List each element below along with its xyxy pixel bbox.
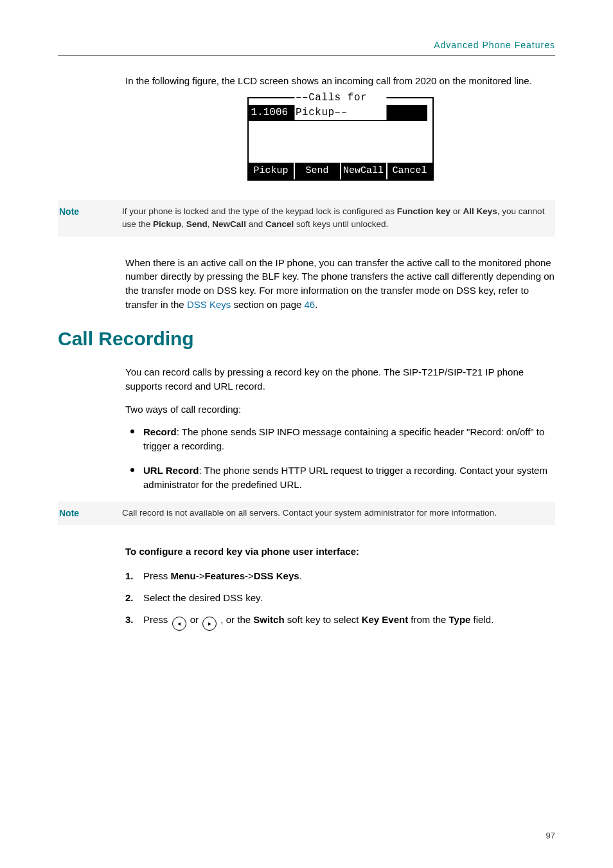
- note-text: If your phone is locked and the type of …: [122, 206, 397, 216]
- note-label: Note: [58, 205, 122, 231]
- bold: Switch: [253, 614, 284, 625]
- bold: DSS Keys: [254, 570, 299, 581]
- text: ->: [245, 570, 254, 581]
- text: Press: [143, 570, 171, 581]
- recording-modes-list: Record: The phone sends SIP INFO message…: [125, 425, 555, 491]
- page-link[interactable]: 46: [305, 299, 315, 310]
- config-steps: Press Menu->Features->DSS Keys. Select t…: [125, 569, 555, 631]
- lcd-softkey-send: Send: [295, 163, 341, 179]
- bold: Key Event: [362, 614, 409, 625]
- item-bold: Record: [143, 426, 177, 437]
- note-text: and: [246, 219, 265, 229]
- lcd-title: ––Calls for Pickup––: [294, 91, 386, 120]
- text: .: [315, 299, 317, 310]
- note-bold: Pickup: [153, 219, 181, 229]
- note-bold: Cancel: [265, 219, 294, 229]
- step-2: Select the desired DSS key.: [125, 591, 555, 605]
- note-bold: Send: [186, 219, 208, 229]
- text: , or the: [218, 614, 253, 625]
- content-column: In the following figure, the LCD screen …: [125, 74, 555, 181]
- lcd-screen: ––Calls for Pickup–– 1.1006 <- 1002 Pick…: [247, 97, 434, 181]
- list-item: URL Record: The phone sends HTTP URL req…: [125, 464, 555, 492]
- note-body: Call record is not available on all serv…: [122, 507, 549, 520]
- list-item: Record: The phone sends SIP INFO message…: [125, 425, 555, 453]
- note-bold: Function key: [397, 206, 450, 216]
- rec-p2: Two ways of call recording:: [125, 402, 555, 417]
- lcd-figure: ––Calls for Pickup–– 1.1006 <- 1002 Pick…: [125, 97, 555, 181]
- dss-keys-link[interactable]: DSS Keys: [187, 299, 231, 310]
- page-header: Advanced Phone Features: [58, 39, 555, 56]
- item-bold: URL Record: [143, 465, 199, 476]
- note-text: or: [450, 206, 463, 216]
- note-call-record: Note Call record is not available on all…: [58, 502, 555, 525]
- note-text: soft keys until unlocked.: [294, 219, 388, 229]
- step-3: Press ◂ or ▸ , or the Switch soft key to…: [125, 613, 555, 631]
- right-arrow-key-icon: ▸: [202, 617, 217, 631]
- note-bold: All Keys: [463, 206, 497, 216]
- note-label: Note: [58, 507, 122, 520]
- note-keypad-lock: Note If your phone is locked and the typ…: [58, 200, 555, 237]
- content-column: To configure a record key via phone user…: [125, 545, 555, 630]
- note-bold: NewCall: [212, 219, 246, 229]
- text: or: [188, 614, 202, 625]
- rec-p1: You can record calls by pressing a recor…: [125, 365, 555, 393]
- lcd-softkey-bar: Pickup Send NewCall Cancel: [249, 163, 432, 179]
- item-text: : The phone sends HTTP URL request to tr…: [143, 465, 547, 490]
- content-column: When there is an active call on the IP p…: [125, 256, 555, 312]
- text: ->: [196, 570, 205, 581]
- text: from the: [408, 614, 449, 625]
- lcd-softkey-pickup: Pickup: [249, 163, 295, 179]
- text: Press: [143, 614, 171, 625]
- intro-paragraph: In the following figure, the LCD screen …: [125, 74, 555, 88]
- left-arrow-key-icon: ◂: [172, 617, 186, 631]
- bold: Features: [204, 570, 245, 581]
- bold: Type: [449, 614, 471, 625]
- bold: Menu: [171, 570, 196, 581]
- item-text: : The phone sends SIP INFO message conta…: [143, 426, 544, 451]
- text: soft key to select: [285, 614, 362, 625]
- text: field.: [470, 614, 493, 625]
- header-title: Advanced Phone Features: [434, 40, 555, 50]
- content-column: You can record calls by pressing a recor…: [125, 365, 555, 491]
- config-heading: To configure a record key via phone user…: [125, 545, 555, 559]
- lcd-softkey-newcall: NewCall: [341, 163, 387, 179]
- text: section on page: [231, 299, 304, 310]
- note-text: ,: [181, 219, 186, 229]
- section-heading-call-recording: Call Recording: [58, 325, 555, 353]
- transfer-paragraph: When there is an active call on the IP p…: [125, 256, 555, 312]
- step-1: Press Menu->Features->DSS Keys.: [125, 569, 555, 583]
- lcd-title-text: Calls for Pickup: [296, 92, 367, 118]
- note-body: If your phone is locked and the type of …: [122, 205, 549, 231]
- text: .: [299, 570, 302, 581]
- page-number: 97: [546, 830, 555, 842]
- page: Advanced Phone Features In the following…: [0, 0, 613, 868]
- lcd-softkey-cancel: Cancel: [387, 163, 432, 179]
